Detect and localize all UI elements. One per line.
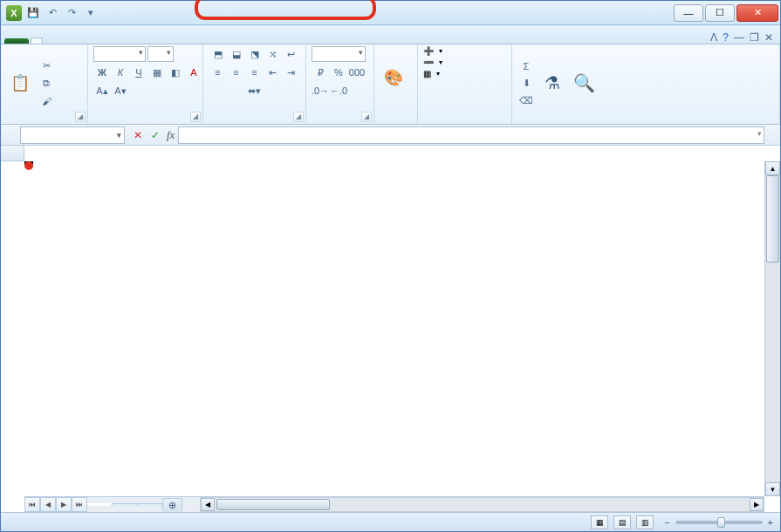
- page-break-view-icon[interactable]: ▥: [636, 515, 654, 529]
- underline-button[interactable]: Ч: [130, 65, 147, 80]
- copy-icon[interactable]: ⧉: [38, 76, 55, 92]
- align-bottom-icon[interactable]: ⬔: [246, 46, 264, 62]
- align-left-icon[interactable]: ≡: [209, 65, 227, 80]
- normal-view-icon[interactable]: ▦: [591, 515, 608, 529]
- cancel-formula-icon[interactable]: ✕: [130, 127, 146, 143]
- clear-icon[interactable]: ⌫: [517, 93, 535, 109]
- font-color-icon[interactable]: A: [185, 65, 202, 80]
- align-right-icon[interactable]: ≡: [246, 65, 264, 80]
- scroll-up-icon[interactable]: ▲: [765, 161, 780, 175]
- paste-button[interactable]: 📋: [6, 71, 34, 97]
- fill-icon[interactable]: ⬇: [517, 76, 535, 92]
- page-layout-view-icon[interactable]: ▤: [613, 515, 631, 529]
- tab-addins[interactable]: [128, 38, 140, 44]
- format-painter-icon[interactable]: 🖌: [38, 93, 55, 109]
- cells-area[interactable]: [24, 161, 764, 496]
- doc-min-icon[interactable]: —: [734, 31, 744, 44]
- worksheet-grid[interactable]: ▲ ▼ ⏮ ◀ ▶ ⏭ ⊕ ◀ ▶: [1, 146, 780, 512]
- number-format-combo[interactable]: [312, 46, 366, 62]
- next-sheet-icon[interactable]: ▶: [56, 497, 72, 512]
- tab-view[interactable]: [104, 38, 116, 44]
- sheet-tab-3[interactable]: [137, 503, 163, 506]
- cut-icon[interactable]: ✂: [38, 58, 55, 74]
- scroll-left-icon[interactable]: ◀: [201, 498, 215, 511]
- sheet-tab-1[interactable]: [86, 503, 113, 506]
- zoom-out-icon[interactable]: −: [664, 517, 669, 528]
- autosum-icon[interactable]: Σ: [517, 58, 535, 74]
- tab-review[interactable]: [92, 38, 104, 44]
- expand-formula-icon[interactable]: ▾: [757, 129, 762, 138]
- tab-page-layout[interactable]: [55, 38, 67, 44]
- minimize-ribbon-icon[interactable]: ᐱ: [710, 31, 717, 44]
- new-sheet-icon[interactable]: ⊕: [162, 498, 182, 512]
- bold-button[interactable]: Ж: [93, 65, 111, 80]
- styles-button[interactable]: 🎨: [380, 65, 408, 92]
- prev-sheet-icon[interactable]: ◀: [40, 497, 56, 512]
- comma-icon[interactable]: 000: [348, 65, 366, 80]
- help-icon[interactable]: ?: [723, 31, 729, 44]
- decrease-font-icon[interactable]: A▾: [112, 83, 129, 99]
- delete-cells-button[interactable]: ➖▾: [423, 58, 442, 67]
- clipboard-launcher-icon[interactable]: ◢: [75, 112, 86, 122]
- wrap-text-icon[interactable]: ↩: [283, 46, 300, 62]
- number-launcher-icon[interactable]: ◢: [361, 112, 372, 122]
- currency-icon[interactable]: ₽: [312, 65, 329, 80]
- sort-filter-button[interactable]: ⚗: [538, 71, 566, 97]
- decrease-indent-icon[interactable]: ⇤: [264, 65, 282, 80]
- increase-font-icon[interactable]: A▴: [93, 83, 111, 99]
- increase-decimal-icon[interactable]: .0→: [312, 83, 329, 99]
- horizontal-scrollbar[interactable]: ◀ ▶: [200, 497, 764, 512]
- align-top-icon[interactable]: ⬒: [209, 46, 227, 62]
- sheet-tab-2[interactable]: [112, 503, 138, 506]
- fx-icon[interactable]: fx: [167, 128, 175, 142]
- tab-foxit[interactable]: [140, 38, 153, 44]
- percent-icon[interactable]: %: [330, 65, 347, 80]
- border-icon[interactable]: ▦: [148, 65, 166, 80]
- tab-insert[interactable]: [43, 38, 55, 44]
- vertical-scrollbar[interactable]: ▲ ▼: [764, 161, 780, 496]
- font-family-combo[interactable]: [93, 46, 146, 62]
- zoom-thumb[interactable]: [717, 517, 725, 528]
- format-cells-button[interactable]: ▦▾: [423, 69, 440, 78]
- fill-color-icon[interactable]: ◧: [167, 65, 184, 80]
- tab-formulas[interactable]: [67, 38, 79, 44]
- insert-cells-button[interactable]: ➕▾: [423, 46, 442, 56]
- enter-formula-icon[interactable]: ✓: [147, 127, 163, 143]
- orientation-icon[interactable]: ⤭: [264, 46, 282, 62]
- zoom-in-icon[interactable]: +: [768, 517, 773, 528]
- tab-data[interactable]: [79, 38, 92, 44]
- row-headers[interactable]: [1, 161, 24, 496]
- scroll-right-icon[interactable]: ▶: [750, 498, 764, 511]
- align-middle-icon[interactable]: ⬓: [228, 46, 245, 62]
- merge-button[interactable]: ⬌▾: [243, 83, 265, 99]
- horizontal-thumb[interactable]: [216, 499, 330, 510]
- increase-indent-icon[interactable]: ⇥: [283, 65, 300, 80]
- find-select-button[interactable]: 🔍: [570, 71, 598, 97]
- active-cell-editor[interactable]: [24, 161, 33, 165]
- align-center-icon[interactable]: ≡: [228, 65, 245, 80]
- scroll-down-icon[interactable]: ▼: [765, 482, 780, 496]
- decrease-decimal-icon[interactable]: ←.0: [330, 83, 347, 99]
- redo-icon[interactable]: ↷: [64, 5, 79, 21]
- last-sheet-icon[interactable]: ⏭: [72, 497, 87, 512]
- italic-button[interactable]: К: [112, 65, 129, 80]
- zoom-slider[interactable]: [675, 521, 763, 524]
- formula-bar[interactable]: ▾: [178, 126, 764, 144]
- maximize-button[interactable]: ☐: [705, 4, 735, 22]
- name-box[interactable]: [20, 126, 125, 144]
- column-headers[interactable]: [24, 146, 764, 161]
- font-size-combo[interactable]: [147, 46, 174, 62]
- doc-restore-icon[interactable]: ❐: [750, 31, 759, 44]
- tab-abbyy[interactable]: [153, 38, 165, 44]
- file-tab[interactable]: [4, 38, 29, 44]
- doc-close-icon[interactable]: ✕: [764, 31, 773, 44]
- align-launcher-icon[interactable]: ◢: [293, 112, 304, 122]
- tab-home[interactable]: [31, 38, 43, 44]
- font-launcher-icon[interactable]: ◢: [190, 112, 201, 122]
- tab-developer[interactable]: [116, 38, 128, 44]
- vertical-thumb[interactable]: [766, 175, 779, 263]
- close-button[interactable]: ✕: [736, 4, 778, 22]
- save-icon[interactable]: 💾: [25, 5, 41, 21]
- select-all-corner[interactable]: [1, 146, 24, 161]
- minimize-button[interactable]: —: [674, 4, 703, 22]
